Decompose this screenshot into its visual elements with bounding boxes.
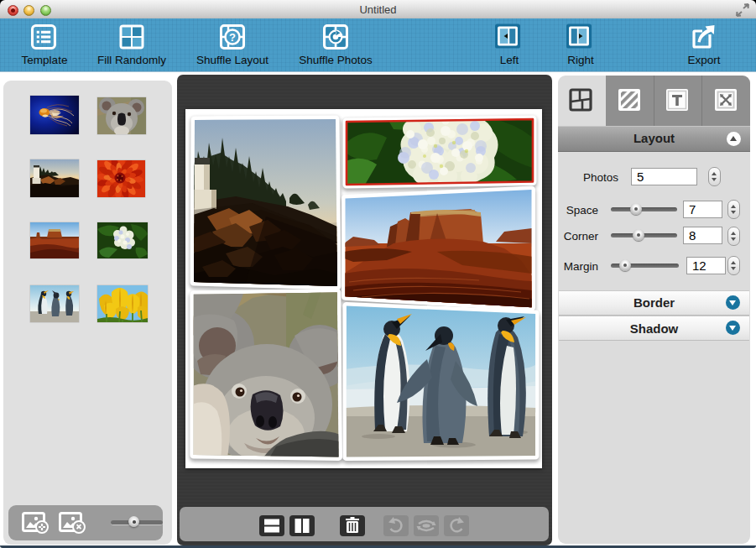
svg-text:?: ? — [229, 31, 236, 44]
